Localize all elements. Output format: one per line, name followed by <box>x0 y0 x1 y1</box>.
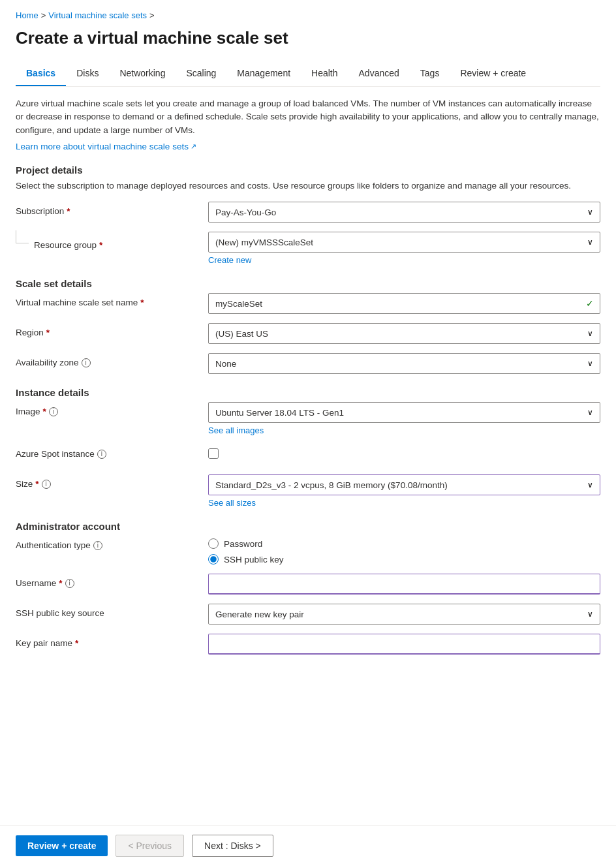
availability-zone-label: Availability zone i <box>16 353 208 369</box>
vm-name-input-wrapper: ✓ <box>208 293 600 314</box>
learn-more-link[interactable]: Learn more about virtual machine scale s… <box>16 142 196 151</box>
key-pair-name-row: Key pair name * <box>16 634 600 655</box>
key-pair-name-required: * <box>75 638 78 650</box>
subscription-label: Subscription * <box>16 202 208 218</box>
breadcrumb-home[interactable]: Home <box>16 10 38 20</box>
spot-instance-label: Azure Spot instance i <box>16 444 208 461</box>
vm-name-row: Virtual machine scale set name * ✓ <box>16 293 600 314</box>
ssh-label: SSH public key <box>224 555 284 564</box>
username-row: Username * i <box>16 574 600 595</box>
subscription-row: Subscription * Pay-As-You-Go ∨ <box>16 202 600 223</box>
spot-instance-info-icon[interactable]: i <box>97 450 106 459</box>
image-row: Image * i Ubuntu Server 18.04 LTS - Gen1… <box>16 402 600 435</box>
breadcrumb-sep2: > <box>149 10 155 20</box>
username-label: Username * i <box>16 574 208 590</box>
resource-group-label: Resource group * <box>34 236 226 252</box>
auth-type-radio-group: Password SSH public key <box>208 536 600 564</box>
spot-instance-control <box>208 444 600 459</box>
availability-zone-control: None ∨ <box>208 353 600 374</box>
tab-basics[interactable]: Basics <box>16 61 66 86</box>
username-required: * <box>59 578 62 590</box>
vm-name-input[interactable] <box>208 293 600 314</box>
resource-group-label-area: Resource group * <box>16 232 208 252</box>
subscription-required: * <box>67 206 70 218</box>
tabs-bar: Basics Disks Networking Scaling Manageme… <box>16 61 600 87</box>
subscription-dropdown[interactable]: Pay-As-You-Go ∨ <box>208 202 600 223</box>
size-dropdown[interactable]: Standard_D2s_v3 - 2 vcpus, 8 GiB memory … <box>208 474 600 495</box>
size-label: Size * i <box>16 474 208 491</box>
region-control: (US) East US ∨ <box>208 323 600 344</box>
ssh-radio[interactable] <box>208 554 219 564</box>
resource-group-row: Resource group * (New) myVMSSScaleSet ∨ … <box>16 232 600 265</box>
username-control <box>208 574 600 595</box>
key-pair-name-input[interactable] <box>208 634 600 655</box>
size-control: Standard_D2s_v3 - 2 vcpus, 8 GiB memory … <box>208 474 600 508</box>
scale-set-details-title: Scale set details <box>16 278 600 289</box>
next-button[interactable]: Next : Disks > <box>192 835 273 857</box>
resource-group-dropdown[interactable]: (New) myVMSSScaleSet ∨ <box>208 232 600 253</box>
password-label: Password <box>224 539 262 549</box>
vm-name-required: * <box>140 297 144 309</box>
admin-account-title: Administrator account <box>16 521 600 532</box>
tab-disks[interactable]: Disks <box>66 61 109 86</box>
project-details-desc: Select the subscription to manage deploy… <box>16 179 600 193</box>
size-info-icon[interactable]: i <box>42 480 51 489</box>
image-required: * <box>43 406 46 418</box>
tab-advanced[interactable]: Advanced <box>348 61 410 86</box>
image-dropdown[interactable]: Ubuntu Server 18.04 LTS - Gen1 ∨ <box>208 402 600 423</box>
auth-type-control: Password SSH public key <box>208 536 600 564</box>
tab-management[interactable]: Management <box>226 61 301 86</box>
image-info-icon[interactable]: i <box>49 407 58 416</box>
description-text: Azure virtual machine scale sets let you… <box>16 97 600 137</box>
ssh-radio-option: SSH public key <box>208 554 600 564</box>
vm-name-label: Virtual machine scale set name * <box>16 293 208 309</box>
tab-tags[interactable]: Tags <box>410 61 450 86</box>
username-input[interactable] <box>208 574 600 595</box>
spot-checkbox[interactable] <box>208 448 219 459</box>
see-all-sizes-link[interactable]: See all sizes <box>208 498 256 508</box>
auth-type-label: Authentication type i <box>16 536 208 552</box>
region-required: * <box>46 327 50 339</box>
username-info-icon[interactable]: i <box>65 579 74 588</box>
availability-zone-info-icon[interactable]: i <box>82 358 91 367</box>
instance-details-title: Instance details <box>16 387 600 398</box>
resource-group-control: (New) myVMSSScaleSet ∨ Create new <box>208 232 600 265</box>
previous-button[interactable]: < Previous <box>116 835 184 857</box>
tab-review-create[interactable]: Review + create <box>450 61 536 86</box>
vm-name-control: ✓ <box>208 293 600 314</box>
page-title: Create a virtual machine scale set <box>16 28 600 48</box>
ssh-key-source-dropdown[interactable]: Generate new key pair ∨ <box>208 604 600 625</box>
spot-instance-row: Azure Spot instance i <box>16 444 600 465</box>
key-pair-name-label: Key pair name * <box>16 634 208 650</box>
ssh-key-source-row: SSH public key source Generate new key p… <box>16 604 600 625</box>
tab-scaling[interactable]: Scaling <box>176 61 226 86</box>
password-radio[interactable] <box>208 538 219 549</box>
vm-name-check-icon: ✓ <box>586 298 594 309</box>
region-label: Region * <box>16 323 208 339</box>
breadcrumb: Home > Virtual machine scale sets > <box>16 10 600 20</box>
breadcrumb-vmss[interactable]: Virtual machine scale sets <box>48 10 147 20</box>
tab-health[interactable]: Health <box>301 61 348 86</box>
resource-group-indent <box>16 230 29 243</box>
tab-networking[interactable]: Networking <box>109 61 176 86</box>
image-control: Ubuntu Server 18.04 LTS - Gen1 ∨ See all… <box>208 402 600 435</box>
resource-group-required: * <box>99 240 102 252</box>
availability-zone-row: Availability zone i None ∨ <box>16 353 600 374</box>
ssh-key-source-label: SSH public key source <box>16 604 208 620</box>
password-radio-option: Password <box>208 538 600 549</box>
footer-bar: Review + create < Previous Next : Disks … <box>0 825 616 866</box>
see-all-images-link[interactable]: See all images <box>208 425 264 435</box>
region-row: Region * (US) East US ∨ <box>16 323 600 344</box>
auth-type-row: Authentication type i Password SSH publi… <box>16 536 600 564</box>
breadcrumb-sep1: > <box>41 10 46 20</box>
project-details-title: Project details <box>16 164 600 176</box>
auth-type-info-icon[interactable]: i <box>93 541 102 550</box>
size-row: Size * i Standard_D2s_v3 - 2 vcpus, 8 Gi… <box>16 474 600 508</box>
key-pair-name-control <box>208 634 600 655</box>
ssh-key-source-control: Generate new key pair ∨ <box>208 604 600 625</box>
image-label: Image * i <box>16 402 208 418</box>
create-new-link[interactable]: Create new <box>208 255 251 265</box>
availability-zone-dropdown[interactable]: None ∨ <box>208 353 600 374</box>
review-create-button[interactable]: Review + create <box>16 835 108 856</box>
region-dropdown[interactable]: (US) East US ∨ <box>208 323 600 344</box>
